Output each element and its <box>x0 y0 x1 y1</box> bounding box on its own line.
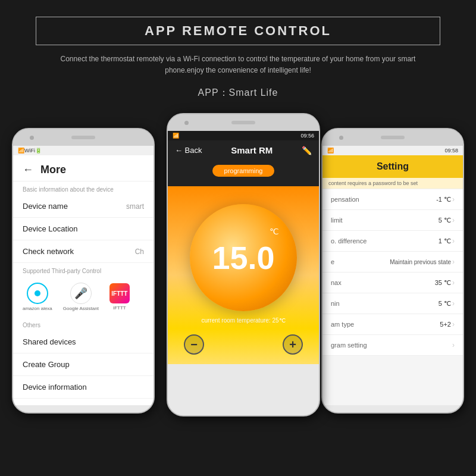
right-menu-item-1[interactable]: limit 5 ℃ › <box>322 210 463 231</box>
ifttt-label-icon: IFTTT <box>111 290 127 297</box>
right-menu-item-7[interactable]: gram setting › <box>322 335 463 356</box>
section1-label: Basic information about the device <box>13 181 154 195</box>
center-signal-icon: 📶 <box>173 133 179 139</box>
chevron-icon-5: › <box>452 299 455 308</box>
right-item3-left: e <box>331 258 334 265</box>
section3-label: Others <box>13 317 154 331</box>
center-phone: 📶 09:56 ← Back Smart RM ✏️ programming 1… <box>167 113 320 416</box>
ifttt-label: IFTTT <box>113 305 126 311</box>
left-screen: ← More Basic information about the devic… <box>13 155 154 405</box>
temperature-circle: 15.0 ℃ <box>190 204 297 311</box>
device-info-label: Device information <box>23 383 87 392</box>
temp-plus-button[interactable]: + <box>283 334 303 355</box>
right-phone: 📶 09:58 Setting content requires a passw… <box>321 128 464 414</box>
right-item1-right: 5 ℃ › <box>439 216 455 224</box>
chevron-icon-2: › <box>452 237 455 245</box>
right-item5-left: nin <box>331 300 340 307</box>
google-icon-circle: 🎤 <box>70 283 92 304</box>
temperature-unit: ℃ <box>270 227 279 236</box>
temp-minus-button[interactable]: − <box>184 334 204 355</box>
center-phone-top-bar <box>168 114 319 131</box>
center-time: 09:56 <box>300 133 314 139</box>
feedback-item[interactable]: Feedback <box>13 399 154 405</box>
check-network-value: Ch <box>135 248 144 256</box>
right-menu-item-0[interactable]: pensation -1 ℃ › <box>322 189 463 210</box>
alexa-ring <box>27 283 48 304</box>
right-item4-right: 35 ℃ › <box>435 278 455 287</box>
left-back-arrow[interactable]: ← <box>23 164 33 176</box>
right-item0-right: -1 ℃ › <box>436 195 455 203</box>
section2-label: Supported Third-party Control <box>13 263 154 277</box>
chevron-icon-6: › <box>452 320 455 328</box>
alexa-icon-group[interactable]: amazon alexa <box>23 283 52 311</box>
right-item7-left: gram setting <box>331 342 367 349</box>
right-menu-item-6[interactable]: am type 5+2 › <box>322 314 463 335</box>
shared-devices-label: Shared devices <box>23 337 76 346</box>
device-location-label: Device Location <box>23 224 78 233</box>
chevron-icon-0: › <box>452 195 455 203</box>
google-label: Google Assistant <box>63 306 99 311</box>
left-phone: 📶WiFi🔋 ← More Basic information about th… <box>12 128 155 414</box>
chevron-icon-4: › <box>452 278 455 287</box>
right-item2-right: 1 ℃ › <box>439 237 455 245</box>
center-app-header: ← Back Smart RM ✏️ <box>168 140 319 160</box>
ifttt-box: IFTTT <box>109 283 130 303</box>
center-back-btn[interactable]: ← Back <box>175 146 202 155</box>
right-item1-left: limit <box>331 217 343 224</box>
center-main-area: 15.0 ℃ current room temperature: 25℃ − + <box>168 186 319 364</box>
left-screen-title: More <box>40 164 66 176</box>
right-menu-item-5[interactable]: nin 5 ℃ › <box>322 293 463 314</box>
alexa-dot <box>35 290 40 296</box>
right-item5-right: 5 ℃ › <box>439 299 455 308</box>
right-item7-right: › <box>452 341 455 349</box>
center-status-bar: 📶 09:56 <box>168 131 319 140</box>
device-info-item[interactable]: Device information <box>13 376 154 399</box>
right-status-bar: 📶 09:58 <box>322 146 463 155</box>
right-item3-right: Maintain previous state › <box>390 258 455 266</box>
device-name-label: Device name <box>23 202 68 211</box>
device-name-value: smart <box>126 202 144 211</box>
right-menu-item-3[interactable]: e Maintain previous state › <box>322 252 463 273</box>
create-group-item[interactable]: Create Group <box>13 353 154 376</box>
maintain-previous-state-text: Maintain previous state <box>390 259 451 265</box>
header-title: APP REMOTE CONTROL <box>145 23 331 38</box>
google-assistant-icon-group[interactable]: 🎤 Google Assistant <box>63 283 99 311</box>
create-group-label: Create Group <box>23 360 70 369</box>
right-phone-speaker <box>381 136 405 139</box>
chevron-icon-7: › <box>452 341 455 349</box>
check-network-label: Check network <box>23 247 74 256</box>
right-item4-left: nax <box>331 279 342 286</box>
left-phone-camera <box>30 136 34 140</box>
right-menu-item-2[interactable]: o. difference 1 ℃ › <box>322 231 463 252</box>
right-item0-left: pensation <box>331 196 359 203</box>
right-phone-top-bar <box>322 129 463 146</box>
google-mic-icon: 🎤 <box>74 287 87 300</box>
center-screen-title: Smart RM <box>231 145 273 155</box>
programming-button[interactable]: programming <box>212 165 275 177</box>
left-status-bar: 📶WiFi🔋 <box>13 146 154 155</box>
check-network-item[interactable]: Check network Ch <box>13 240 154 263</box>
alexa-label: amazon alexa <box>23 306 52 311</box>
third-party-section: amazon alexa 🎤 Google Assistant IFTTT IF… <box>13 277 154 317</box>
right-menu-item-4[interactable]: nax 35 ℃ › <box>322 273 463 293</box>
app-remote-control-header: APP REMOTE CONTROL <box>36 17 440 45</box>
left-app-header: ← More <box>13 155 154 181</box>
right-notice: content requires a password to be set <box>322 178 463 189</box>
left-signal-icon: 📶WiFi🔋 <box>18 148 42 154</box>
edit-icon[interactable]: ✏️ <box>302 146 312 155</box>
ifttt-icon-group[interactable]: IFTTT IFTTT <box>109 283 130 311</box>
current-room-temp: current room temperature: 25℃ <box>201 317 285 324</box>
temperature-value: 15.0 <box>212 242 274 274</box>
right-item6-left: am type <box>331 321 354 328</box>
temp-controls: − + <box>184 334 303 355</box>
left-phone-speaker <box>71 136 95 139</box>
device-location-item[interactable]: Device Location <box>13 218 154 240</box>
shared-devices-item[interactable]: Shared devices <box>13 331 154 353</box>
subtitle-text: Connect the thermostat remotely via a Wi… <box>48 54 428 76</box>
right-time: 09:58 <box>444 148 458 154</box>
right-signal-icon: 📶 <box>327 148 334 154</box>
device-name-item[interactable]: Device name smart <box>13 195 154 218</box>
left-phone-top-bar <box>13 129 154 146</box>
phones-container: 📶WiFi🔋 ← More Basic information about th… <box>6 110 470 419</box>
right-item2-left: o. difference <box>331 237 367 245</box>
